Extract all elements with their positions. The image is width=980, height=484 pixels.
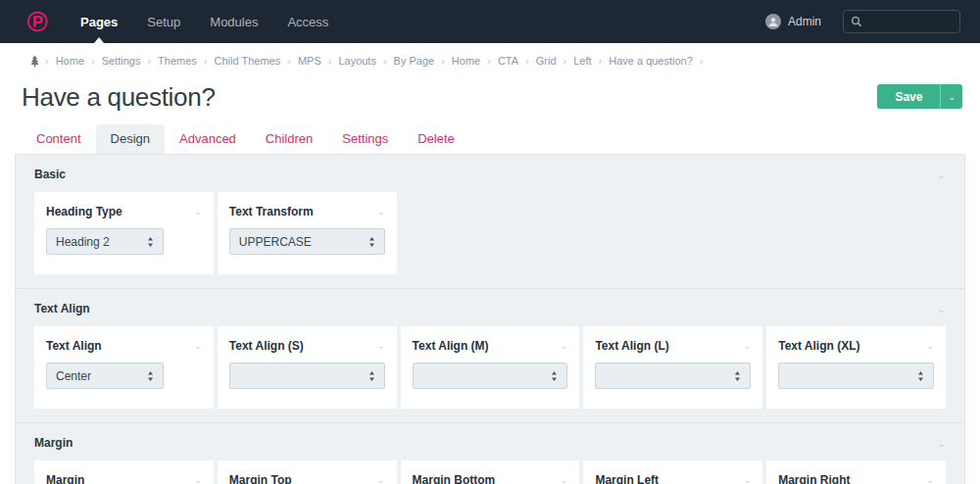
breadcrumb-item[interactable]: Layouts (338, 55, 376, 67)
field-collapse-chevron-icon[interactable]: ⌄ (744, 341, 752, 351)
site-tree-icon[interactable] (29, 55, 40, 68)
field-cell: Text Align (S) ⌄ (218, 326, 397, 409)
breadcrumb-separator: › (700, 55, 704, 67)
section-basic: Basic ⌄ Heading Type ⌄ Heading 2 Text Tr… (16, 155, 964, 288)
tab-advanced[interactable]: Advanced (165, 124, 251, 154)
breadcrumb-item[interactable]: Grid (536, 55, 557, 67)
tab-settings[interactable]: Settings (327, 124, 403, 154)
field-label-row: Text Align ⌄ (46, 339, 202, 353)
field-collapse-chevron-icon[interactable]: ⌄ (194, 475, 202, 484)
field-label-row: Margin Bottom ⌄ (413, 473, 568, 484)
field-label-row: Text Align (XL) ⌄ (778, 339, 934, 353)
select-updown-arrows-icon (917, 370, 924, 382)
field-label: Text Transform (229, 205, 314, 218)
field-label: Margin Bottom (413, 473, 496, 484)
nav-item-setup[interactable]: Setup (132, 0, 195, 43)
tab-delete[interactable]: Delete (403, 124, 469, 154)
field-collapse-chevron-icon[interactable]: ⌄ (377, 207, 385, 217)
breadcrumb-item[interactable]: MPS (298, 55, 321, 67)
tab-design[interactable]: Design (96, 124, 165, 154)
field-label: Text Align (S) (229, 339, 304, 353)
page-title: Have a question? (22, 82, 216, 113)
section-margin: Margin ⌄ Margin ⌄ Medium is a good start… (16, 422, 964, 484)
breadcrumb-separator: › (204, 55, 208, 67)
nav-search-box[interactable] (843, 10, 960, 33)
breadcrumb-separator: › (599, 55, 603, 67)
breadcrumb-separator: › (45, 55, 49, 67)
nav-item-modules[interactable]: Modules (195, 0, 272, 43)
breadcrumb-separator: › (328, 55, 332, 67)
field-label-row: Margin Right ⌄ (778, 473, 934, 484)
section-collapse-chevron-icon[interactable]: ⌄ (938, 304, 946, 315)
field-label-row: Text Align (S) ⌄ (229, 339, 385, 353)
breadcrumb-item[interactable]: Themes (158, 55, 197, 67)
save-dropdown-button[interactable]: ⌄ (940, 84, 962, 109)
tab-content[interactable]: Content (22, 124, 96, 154)
select-text-align[interactable]: Center (46, 363, 164, 389)
field-cell: Heading Type ⌄ Heading 2 (34, 192, 214, 274)
nav-right-cluster: Admin (765, 10, 980, 33)
field-label: Margin (46, 473, 84, 484)
select-text-transform[interactable]: UPPERCASE (229, 228, 385, 255)
field-cell: Text Align (XL) ⌄ (766, 326, 946, 409)
select-updown-arrows-icon (734, 370, 741, 382)
section-collapse-chevron-icon[interactable]: ⌄ (938, 438, 946, 449)
field-collapse-chevron-icon[interactable]: ⌄ (194, 341, 202, 351)
nav-item-pages[interactable]: Pages (66, 0, 132, 43)
field-collapse-chevron-icon[interactable]: ⌄ (194, 207, 202, 217)
breadcrumb-separator: › (564, 55, 567, 67)
select-text-align-s-[interactable] (229, 363, 385, 389)
search-input[interactable] (868, 16, 953, 27)
nav-item-label: Setup (147, 15, 180, 29)
section-collapse-chevron-icon[interactable]: ⌄ (938, 169, 946, 180)
nav-item-label: Access (287, 15, 328, 29)
select-text-align-xl-[interactable] (778, 363, 934, 389)
field-collapse-chevron-icon[interactable]: ⌄ (926, 341, 934, 351)
field-label: Text Align (46, 339, 102, 353)
breadcrumb-item[interactable]: Home (452, 55, 480, 67)
save-button[interactable]: Save (877, 84, 940, 109)
breadcrumb-item[interactable]: Have a question? (609, 55, 693, 67)
perch-logo[interactable]: ℗ (23, 7, 52, 36)
select-text-align-l-[interactable] (595, 363, 751, 389)
breadcrumb: › Home › Settings › Themes › Child Theme… (0, 43, 980, 78)
field-cell: Margin Right ⌄ (766, 460, 946, 484)
user-avatar-icon (765, 14, 781, 29)
nav-item-access[interactable]: Access (272, 0, 343, 43)
field-label-row: Margin Top ⌄ (229, 473, 385, 484)
search-icon (851, 16, 862, 27)
top-nav-bar: ℗ Pages Setup Modules Access Admin (0, 0, 980, 43)
field-label: Margin Top (229, 473, 292, 484)
field-collapse-chevron-icon[interactable]: ⌄ (377, 341, 385, 351)
breadcrumb-item[interactable]: CTA (498, 55, 518, 67)
tab-children[interactable]: Children (251, 124, 327, 154)
field-collapse-chevron-icon[interactable]: ⌄ (744, 475, 752, 484)
breadcrumb-item[interactable]: Child Themes (215, 55, 281, 67)
field-cell: Margin Left ⌄ (583, 460, 762, 484)
title-row: Have a question? Save ⌄ (0, 78, 980, 113)
admin-user-label: Admin (788, 15, 821, 28)
field-collapse-chevron-icon[interactable]: ⌄ (926, 475, 934, 484)
admin-user-menu[interactable]: Admin (765, 14, 821, 29)
section-header: Margin ⌄ (34, 436, 946, 450)
field-label: Margin Right (778, 473, 850, 484)
field-collapse-chevron-icon[interactable]: ⌄ (377, 475, 385, 484)
field-collapse-chevron-icon[interactable]: ⌄ (561, 341, 568, 351)
breadcrumb-item[interactable]: Left (573, 55, 591, 67)
breadcrumb-separator: › (441, 55, 445, 67)
breadcrumb-item[interactable]: Settings (102, 55, 141, 67)
select-updown-arrows-icon (147, 236, 154, 248)
field-label: Margin Left (595, 473, 659, 484)
breadcrumb-item[interactable]: Home (56, 55, 84, 67)
save-split-button: Save ⌄ (877, 84, 962, 109)
field-select-value: Center (56, 369, 91, 383)
select-text-align-m-[interactable] (413, 363, 568, 389)
chevron-down-icon: ⌄ (948, 92, 956, 102)
field-select-value: UPPERCASE (239, 235, 312, 249)
select-heading-type[interactable]: Heading 2 (46, 228, 164, 255)
breadcrumb-separator: › (525, 55, 529, 67)
field-collapse-chevron-icon[interactable]: ⌄ (561, 475, 568, 484)
breadcrumb-item[interactable]: By Page (394, 55, 435, 67)
nav-item-label: Modules (210, 15, 258, 29)
field-cell: Margin ⌄ Medium is a good starting point (34, 460, 214, 484)
